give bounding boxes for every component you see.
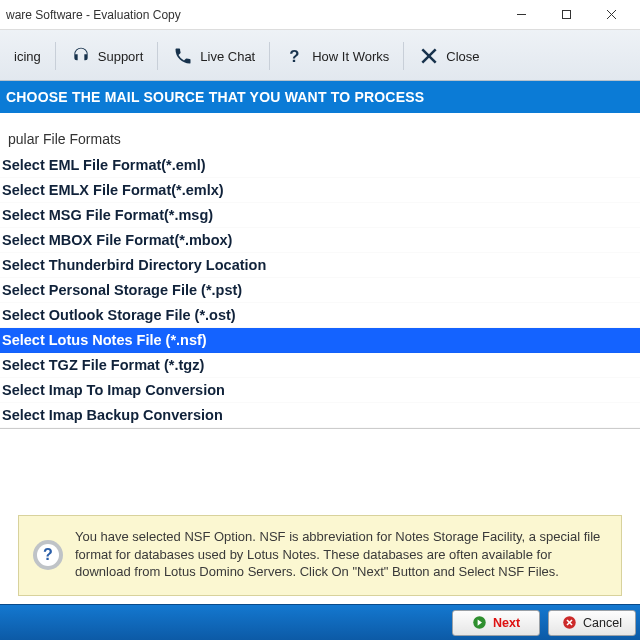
live-chat-label: Live Chat xyxy=(200,49,255,64)
how-it-works-label: How It Works xyxy=(312,49,389,64)
format-row[interactable]: Select Personal Storage File (*.pst) xyxy=(0,278,640,303)
minimize-button[interactable] xyxy=(499,0,544,29)
titlebar: ware Software - Evaluation Copy xyxy=(0,0,640,30)
format-row[interactable]: Select TGZ File Format (*.tgz) xyxy=(0,353,640,378)
info-icon: ? xyxy=(33,540,63,570)
live-chat-button[interactable]: Live Chat xyxy=(158,42,270,70)
support-label: Support xyxy=(98,49,144,64)
format-row[interactable]: Select EMLX File Format(*.emlx) xyxy=(0,178,640,203)
format-row[interactable]: Select Outlook Storage File (*.ost) xyxy=(0,303,640,328)
pricing-button[interactable]: icing xyxy=(0,42,56,70)
format-row[interactable]: Select Imap Backup Conversion xyxy=(0,403,640,428)
close-icon xyxy=(418,45,440,67)
format-row[interactable]: Select Thunderbird Directory Location xyxy=(0,253,640,278)
format-row[interactable]: Select EML File Format(*.eml) xyxy=(0,153,640,178)
window-title: ware Software - Evaluation Copy xyxy=(6,8,181,22)
next-label: Next xyxy=(493,616,520,630)
phone-icon xyxy=(172,45,194,67)
format-list: Select EML File Format(*.eml)Select EMLX… xyxy=(0,153,640,429)
close-label: Close xyxy=(446,49,479,64)
close-button[interactable]: Close xyxy=(404,42,493,70)
format-row[interactable]: Select Lotus Notes File (*.nsf) xyxy=(0,328,640,353)
toolbar: icing Support Live Chat ? How It Works xyxy=(0,30,640,81)
maximize-button[interactable] xyxy=(544,0,589,29)
window-close-button[interactable] xyxy=(589,0,634,29)
next-button[interactable]: Next xyxy=(452,610,540,636)
support-button[interactable]: Support xyxy=(56,42,159,70)
format-row[interactable]: Select Imap To Imap Conversion xyxy=(0,378,640,403)
cancel-icon xyxy=(562,615,577,630)
app-window: ware Software - Evaluation Copy icing Su… xyxy=(0,0,640,640)
cancel-button[interactable]: Cancel xyxy=(548,610,636,636)
footer-bar: Next Cancel xyxy=(0,604,640,640)
format-row[interactable]: Select MSG File Format(*.msg) xyxy=(0,203,640,228)
cancel-label: Cancel xyxy=(583,616,622,630)
arrow-right-icon xyxy=(472,615,487,630)
info-panel: ? You have selected NSF Option. NSF is a… xyxy=(18,515,622,596)
svg-rect-1 xyxy=(563,11,571,19)
info-text: You have selected NSF Option. NSF is abb… xyxy=(75,528,607,581)
pricing-label: icing xyxy=(14,49,41,64)
format-row[interactable]: Select MBOX File Format(*.mbox) xyxy=(0,228,640,253)
question-icon: ? xyxy=(284,45,306,67)
section-label: pular File Formats xyxy=(0,113,640,153)
headset-icon xyxy=(70,45,92,67)
page-headline: CHOOSE THE MAIL SOURCE THAT YOU WANT TO … xyxy=(0,81,640,113)
svg-text:?: ? xyxy=(289,47,299,66)
how-it-works-button[interactable]: ? How It Works xyxy=(270,42,404,70)
